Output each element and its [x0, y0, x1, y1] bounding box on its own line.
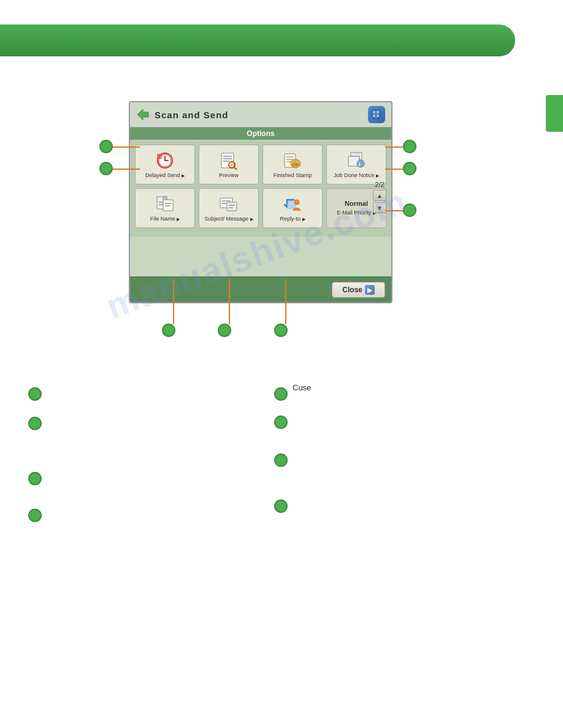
svg-rect-12	[223, 156, 232, 157]
svg-point-41	[294, 200, 299, 205]
legend-cuse-label: Cuse	[293, 383, 311, 392]
svg-rect-40	[229, 207, 233, 208]
reply-to-icon	[282, 194, 304, 214]
preview-label: Preview	[219, 172, 239, 179]
callout-dot-10	[274, 415, 288, 429]
subject-message-label: Subject/ Message ▶	[204, 216, 253, 222]
svg-text:OK: OK	[292, 162, 299, 167]
callout-line-delayed-send	[173, 279, 174, 324]
right-side-tab	[546, 95, 563, 132]
svg-rect-34	[165, 205, 170, 207]
callout-dot-4	[403, 162, 416, 175]
svg-rect-21	[286, 161, 291, 162]
legend-item-r1: Cuse	[293, 383, 311, 392]
svg-rect-14	[223, 161, 229, 162]
svg-rect-33	[165, 203, 171, 204]
svg-rect-13	[223, 158, 232, 159]
reply-to-button[interactable]: Reply-to ▶	[262, 188, 323, 228]
file-name-button[interactable]: File Name ▶	[135, 188, 195, 228]
file-name-icon	[154, 194, 176, 214]
svg-rect-4	[373, 115, 375, 117]
help-icon	[371, 109, 382, 120]
reply-to-label: Reply-to ▶	[280, 216, 305, 222]
pagination-area: 2/2 ▲ ▼	[373, 181, 386, 214]
svg-rect-2	[373, 111, 375, 113]
svg-line-16	[234, 167, 237, 170]
svg-point-17	[231, 164, 233, 166]
dialog-content: Delayed Send ▶ Preview	[130, 140, 391, 237]
file-name-label: File Name ▶	[150, 216, 180, 222]
dialog-footer: Close ▶	[130, 276, 391, 302]
callout-dot-3	[403, 140, 416, 153]
job-done-notice-icon: i	[345, 151, 367, 170]
subject-message-button[interactable]: Subject/ Message ▶	[199, 188, 259, 228]
svg-rect-20	[286, 159, 294, 160]
finished-stamp-button[interactable]: OK Finished Stamp	[262, 145, 323, 184]
callout-dot-16	[28, 509, 42, 522]
callout-dot-15	[28, 472, 42, 485]
callout-dot-2	[99, 162, 113, 175]
callout-line-h1	[113, 146, 140, 148]
callout-dot-9	[274, 387, 288, 401]
options-bar: Options	[130, 127, 391, 140]
callout-dot-7	[218, 324, 231, 337]
dialog-title: Scan and Send	[155, 110, 229, 120]
scroll-down-button[interactable]: ▼	[373, 202, 386, 213]
dialog-help-button[interactable]	[368, 106, 385, 123]
callout-dot-12	[274, 499, 288, 513]
callout-line-reply	[285, 279, 286, 324]
svg-rect-19	[286, 156, 294, 157]
close-arrow-icon: ▶	[365, 285, 375, 295]
scroll-up-button[interactable]: ▲	[373, 190, 386, 201]
svg-rect-36	[222, 200, 231, 202]
finished-stamp-label: Finished Stamp	[274, 172, 312, 179]
svg-rect-39	[229, 205, 235, 206]
svg-rect-1	[372, 110, 380, 118]
job-done-notice-label: Job Done Notice ▶	[334, 172, 379, 179]
svg-marker-0	[137, 109, 148, 120]
legend-right: Cuse	[293, 383, 311, 431]
svg-marker-10	[157, 154, 162, 159]
callout-dot-13	[28, 387, 42, 401]
callout-line-h2	[113, 169, 140, 170]
delayed-send-label: Delayed Send ▶	[145, 172, 185, 179]
callout-line-subject	[229, 279, 230, 324]
callout-dot-8	[274, 324, 288, 337]
finished-stamp-icon: OK	[282, 151, 304, 170]
callout-dot-1	[99, 140, 113, 153]
svg-rect-38	[227, 202, 237, 211]
top-banner	[0, 25, 515, 56]
button-row-2: File Name ▶ Subject/ Message ▶	[135, 188, 386, 228]
button-row-1: Delayed Send ▶ Preview	[135, 145, 386, 184]
svg-point-26	[357, 160, 364, 167]
preview-button[interactable]: Preview	[199, 145, 259, 184]
subject-message-icon	[218, 194, 240, 214]
page-indicator: 2/2	[375, 181, 384, 188]
callout-dot-6	[162, 324, 175, 337]
close-button[interactable]: Close ▶	[332, 282, 385, 298]
email-priority-value: Normal	[345, 200, 368, 208]
callout-line-h3	[385, 146, 403, 148]
delayed-send-icon	[154, 151, 176, 170]
callout-line-h4	[385, 169, 403, 170]
svg-rect-5	[377, 115, 379, 117]
email-priority-label: E-Mail Priority ▶	[337, 210, 376, 216]
svg-text:i: i	[359, 161, 361, 167]
callout-dot-14	[28, 417, 42, 430]
preview-icon	[218, 151, 240, 170]
scan-send-icon	[136, 108, 150, 121]
scan-and-send-dialog: Scan and Send Options	[129, 101, 393, 303]
dialog-titlebar: Scan and Send	[130, 102, 391, 127]
delayed-send-button[interactable]: Delayed Send ▶	[135, 145, 195, 184]
close-label: Close	[342, 286, 362, 294]
callout-line-h5	[385, 210, 403, 211]
callout-dot-5	[403, 203, 416, 217]
callout-dot-11	[274, 453, 288, 467]
job-done-notice-button[interactable]: i Job Done Notice ▶	[326, 145, 386, 184]
svg-rect-3	[377, 111, 379, 113]
dialog-title-left: Scan and Send	[136, 108, 229, 121]
